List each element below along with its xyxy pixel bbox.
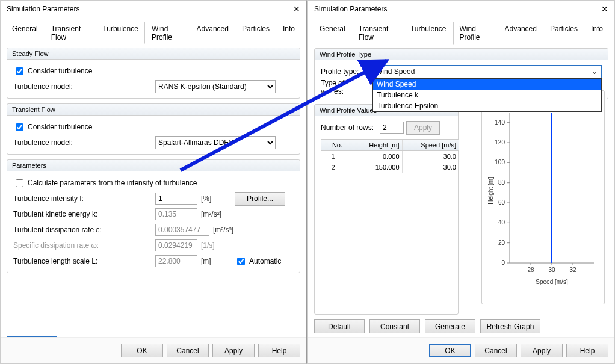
group-title: Parameters — [7, 160, 300, 171]
generate-button[interactable]: Generate — [425, 319, 475, 333]
k-label: Turbulent kinetic energy k: — [13, 210, 152, 218]
tab-general[interactable]: General — [313, 22, 352, 45]
profile-type-label: Profile type: — [321, 67, 369, 76]
chart-panel: Wind Speed 0 20 40 60 80 100 120 140 28 … — [481, 90, 605, 304]
unit: [m] — [201, 257, 231, 265]
consider-turbulence-checkbox[interactable]: Consider turbulence — [13, 66, 92, 77]
combo-option-wind-speed[interactable]: Wind Speed — [373, 79, 601, 90]
svg-text:30: 30 — [548, 267, 555, 273]
length-label: Turbulence length scale L: — [13, 257, 152, 265]
k-field[interactable] — [155, 208, 197, 220]
col-speed: Speed [m/s] — [403, 140, 459, 150]
profile-table[interactable]: No. Height [m] Speed [m/s] 1 0.000 30.0 … — [321, 139, 459, 173]
turbulence-model-select[interactable]: RANS K-epsilon (Standard) — [155, 80, 276, 93]
svg-text:140: 140 — [495, 119, 505, 126]
apply-button[interactable]: Apply — [212, 344, 255, 357]
intensity-field[interactable] — [155, 193, 197, 205]
calc-from-intensity-checkbox[interactable]: Calculate parameters from the intensity … — [13, 177, 197, 189]
group-title: Wind Profile Type — [315, 49, 608, 60]
tab-advanced[interactable]: Advanced — [498, 22, 543, 45]
close-icon[interactable]: ✕ — [601, 4, 608, 14]
tab-wind-profile[interactable]: Wind Profile — [453, 22, 498, 45]
intensity-label: Turbulence intensity I: — [13, 194, 152, 203]
dialog-turbulence: Simulation Parameters ✕ General Transien… — [0, 0, 307, 364]
apply-rows-button[interactable]: Apply — [406, 121, 440, 135]
group-title: Transient Flow — [7, 104, 300, 116]
col-no: No. — [321, 140, 345, 150]
length-field[interactable] — [155, 255, 197, 267]
default-button[interactable]: Default — [314, 319, 365, 333]
svg-text:60: 60 — [498, 199, 505, 206]
unit: [%] — [201, 194, 231, 203]
tab-turbulence[interactable]: Turbulence — [404, 22, 453, 45]
svg-text:Height [m]: Height [m] — [487, 177, 494, 205]
apply-button[interactable]: Apply — [521, 344, 563, 357]
eps-label: Turbulent dissipation rate ε: — [13, 226, 152, 234]
help-button[interactable]: Help — [566, 344, 608, 357]
cancel-button[interactable]: Cancel — [475, 344, 517, 357]
tab-transient-flow[interactable]: Transient Flow — [352, 22, 404, 45]
constant-button[interactable]: Constant — [369, 319, 420, 333]
svg-text:40: 40 — [498, 219, 505, 226]
col-height: Height [m] — [345, 140, 403, 150]
refresh-graph-button[interactable]: Refresh Graph — [480, 319, 540, 333]
svg-text:28: 28 — [527, 267, 534, 273]
svg-text:Speed [m/s]: Speed [m/s] — [536, 279, 568, 285]
tab-general[interactable]: General — [5, 22, 45, 44]
dialog-title: Simulation Parameters — [314, 5, 387, 13]
profile-button[interactable]: Profile... — [235, 192, 285, 206]
tab-bar-left: General Transient Flow Turbulence Wind P… — [5, 17, 301, 44]
ok-button[interactable]: OK — [121, 344, 163, 357]
chart-svg: 0 20 40 60 80 100 120 140 28 30 32 Heigh… — [486, 106, 600, 287]
combo-option-turb-k[interactable]: Turbulence k — [373, 90, 601, 100]
turbulence-model-label: Turbulence model: — [13, 138, 152, 147]
group-title: Steady Flow — [7, 48, 300, 60]
svg-text:32: 32 — [569, 267, 576, 273]
unit: [m²/s²] — [201, 210, 231, 218]
tab-particles[interactable]: Particles — [543, 22, 584, 45]
num-rows-field[interactable] — [380, 122, 404, 134]
group-transient-flow: Transient Flow Consider turbulence Turbu… — [7, 103, 300, 155]
svg-text:80: 80 — [498, 179, 505, 186]
profile-type-dropdown-list: Wind Speed Turbulence k Turbulence Epsil… — [372, 78, 602, 112]
tab-info[interactable]: Info — [276, 22, 301, 44]
tab-info[interactable]: Info — [584, 22, 610, 45]
group-steady-flow: Steady Flow Consider turbulence Turbulen… — [7, 48, 300, 99]
close-icon[interactable]: ✕ — [293, 4, 300, 14]
combo-option-turb-eps[interactable]: Turbulence Epsilon — [373, 100, 601, 111]
svg-text:100: 100 — [495, 159, 505, 165]
tab-wind-profile[interactable]: Wind Profile — [145, 22, 190, 44]
dialog-title: Simulation Parameters — [7, 5, 79, 13]
omega-field — [155, 239, 197, 251]
omega-label: Specific dissipation rate ω: — [13, 241, 152, 250]
svg-text:20: 20 — [498, 239, 505, 246]
cancel-button[interactable]: Cancel — [167, 344, 209, 357]
tab-turbulence[interactable]: Turbulence — [96, 22, 145, 44]
unit: [m²/s³] — [213, 226, 243, 234]
tab-particles[interactable]: Particles — [235, 22, 276, 44]
help-button[interactable]: Help — [258, 344, 300, 357]
profile-type-combo[interactable]: Wind Speed ⌄ Wind Speed Turbulence k Tur… — [372, 65, 602, 78]
table-row: 1 0.000 30.0 — [321, 151, 459, 162]
num-rows-label: Number of rows: — [321, 123, 377, 132]
unit: [1/s] — [201, 241, 231, 250]
svg-text:0: 0 — [501, 259, 505, 266]
group-parameters: Parameters Calculate parameters from the… — [7, 159, 300, 273]
automatic-checkbox[interactable]: Automatic — [235, 256, 281, 267]
svg-text:120: 120 — [495, 139, 505, 146]
tab-transient-flow[interactable]: Transient Flow — [45, 22, 96, 44]
tab-bar-right: General Transient Flow Turbulence Wind P… — [313, 17, 610, 45]
ok-button[interactable]: OK — [429, 344, 471, 357]
group-wind-profile-values: Wind Profile Values Number of rows: Appl… — [314, 104, 459, 315]
tab-advanced[interactable]: Advanced — [190, 22, 235, 44]
type-values-label: Type of values: — [321, 79, 369, 96]
table-row: 2 150.000 30.0 — [321, 162, 459, 173]
turbulence-model-transient-select[interactable]: Spalart-Allmaras DDES — [155, 136, 276, 149]
eps-field[interactable] — [155, 224, 209, 236]
group-wind-profile-type: Wind Profile Type Profile type: Wind Spe… — [314, 48, 608, 99]
turbulence-model-label: Turbulence model: — [13, 82, 152, 91]
chevron-down-icon: ⌄ — [590, 67, 599, 76]
consider-turbulence-checkbox[interactable]: Consider turbulence — [13, 122, 92, 133]
